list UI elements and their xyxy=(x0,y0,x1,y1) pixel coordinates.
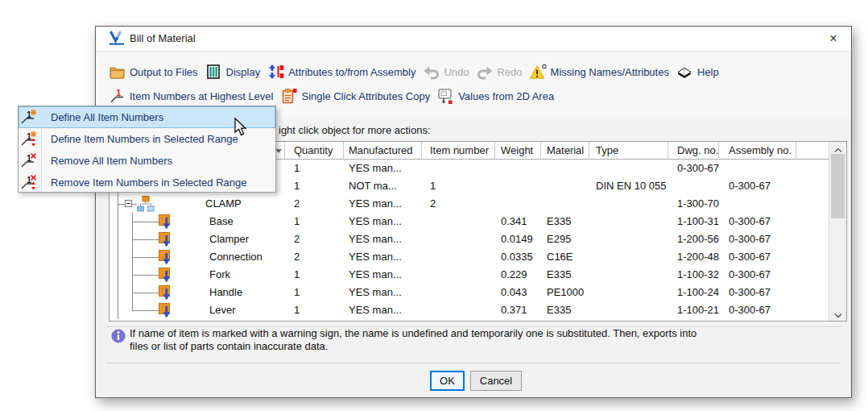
cell-filler xyxy=(796,230,829,248)
cell-name: Fork xyxy=(110,266,272,284)
table-row-clamp[interactable]: CLAMP2YES man...21-300-70 xyxy=(110,195,829,213)
table-row-base[interactable]: Base1YES man...0.341E3351-100-310-300-67 xyxy=(110,213,829,230)
cell-filler xyxy=(796,195,829,213)
cell-dwg_no: 0-300-67 xyxy=(668,160,719,177)
cell-weight xyxy=(495,195,541,213)
cell-material: E335 xyxy=(541,301,589,319)
cell-quantity: 2 xyxy=(285,248,344,266)
column-header-type[interactable]: Type xyxy=(589,142,668,160)
cell-filler xyxy=(796,160,829,177)
cell-name: Connection xyxy=(110,248,272,266)
cell-item_number: 1 xyxy=(422,177,495,195)
cell-quantity: 1 xyxy=(285,301,344,319)
cell-type xyxy=(589,195,668,213)
item-name: CLAMP xyxy=(205,195,242,213)
cell-filler xyxy=(796,284,829,301)
cell-material: C16E xyxy=(541,248,589,266)
cell-filter xyxy=(272,248,285,266)
column-header-assembly_no[interactable]: Assembly no. xyxy=(719,142,796,160)
menu-item-label: Define Item Numbers in Selected Range xyxy=(51,133,238,145)
help-book-icon xyxy=(676,64,693,81)
attributes-assembly-icon xyxy=(267,64,284,81)
tree-collapse-toggle[interactable] xyxy=(125,200,132,207)
values-from-2d-area-button[interactable]: Values from 2D Area xyxy=(437,88,554,105)
ok-button[interactable]: OK xyxy=(430,371,465,391)
cell-type xyxy=(589,230,668,248)
help-button[interactable]: Help xyxy=(676,64,719,81)
cell-name: Handle xyxy=(110,284,272,301)
item-name: Clamper xyxy=(209,230,249,248)
column-header-weight[interactable]: Weight xyxy=(495,142,541,160)
scroll-down-button[interactable] xyxy=(829,307,846,321)
cell-quantity: 1 xyxy=(285,213,344,230)
single-click-attributes-copy-button[interactable]: Single Click Attributes Copy xyxy=(280,88,430,105)
redo-icon xyxy=(476,64,493,81)
cell-manufactured: NOT ma... xyxy=(344,177,422,195)
table-row-handle[interactable]: Handle1YES man...0.043PE10001-100-240-30… xyxy=(110,284,829,301)
warning-icon xyxy=(530,64,547,81)
toolbar-label: Help xyxy=(697,66,719,78)
toolbar-label: Display xyxy=(226,66,261,78)
column-header-quantity[interactable]: Quantity xyxy=(285,142,344,160)
cell-dwg_no: 1-100-31 xyxy=(668,213,719,230)
cell-assembly_no: 0-300-67 xyxy=(719,230,796,248)
item-name: Base xyxy=(209,213,234,230)
svg-text:1: 1 xyxy=(27,110,31,119)
cell-material: PE1000 xyxy=(541,284,589,301)
cell-filter xyxy=(272,284,285,301)
toolbar-row-1: Output to FilesDisplayAttributes to/from… xyxy=(109,63,719,81)
cell-weight: 0.341 xyxy=(495,213,541,230)
define-all-icon: 1 xyxy=(21,109,38,126)
scrollbar-thumb[interactable] xyxy=(831,154,845,218)
column-header-filler xyxy=(796,142,829,160)
cell-assembly_no xyxy=(719,195,796,213)
cell-material xyxy=(541,195,589,213)
cell-filler xyxy=(796,177,829,195)
cell-item_number: 2 xyxy=(422,195,495,213)
bill-of-material-dialog: Bill of Material × Output to FilesDispla… xyxy=(95,26,852,398)
vertical-scrollbar[interactable] xyxy=(829,142,846,321)
cell-assembly_no: 0-300-67 xyxy=(719,301,796,319)
display-button[interactable]: Display xyxy=(205,64,261,81)
item-name: Handle xyxy=(209,284,242,301)
menu-item-remove-item-numbers-in-selected-range[interactable]: 1Remove Item Numbers in Selected Range xyxy=(19,172,275,193)
missing-names-attributes-button[interactable]: Missing Names/Attributes xyxy=(530,64,669,81)
table-row-lever[interactable]: Lever1YES man...0.371E3351-100-210-300-6… xyxy=(110,301,829,319)
cell-material: E335 xyxy=(541,266,589,284)
cell-name: Clamper xyxy=(110,230,272,248)
item-numbers-at-highest-level-button[interactable]: 1Item Numbers at Highest Level xyxy=(109,88,273,105)
cell-weight: 0.043 xyxy=(495,284,541,301)
close-button[interactable]: × xyxy=(820,29,846,48)
column-header-dwg_no[interactable]: Dwg. no. xyxy=(668,142,719,160)
column-header-material[interactable]: Material xyxy=(541,142,589,160)
item-name: Fork xyxy=(209,266,230,284)
cell-weight xyxy=(495,177,541,195)
menu-item-label: Define All Item Numbers xyxy=(51,111,163,123)
cell-weight xyxy=(495,160,541,177)
cell-item_number xyxy=(422,230,495,248)
cell-dwg_no xyxy=(668,177,719,195)
cell-name: CLAMP xyxy=(110,195,272,213)
column-header-manufactured[interactable]: Manufactured xyxy=(344,142,422,160)
cell-manufactured: YES man... xyxy=(344,284,422,301)
table-row-clamper[interactable]: Clamper2YES man...0.0149E2951-200-560-30… xyxy=(110,230,829,248)
values-2d-icon xyxy=(437,88,454,105)
menu-item-remove-all-item-numbers[interactable]: 1Remove All Item Numbers xyxy=(19,150,275,172)
redo-button: Redo xyxy=(476,64,522,81)
table-row-connection[interactable]: Connection2YES man...0.0335C16E1-200-480… xyxy=(110,248,829,266)
display-columns-icon xyxy=(205,64,222,81)
svg-text:1: 1 xyxy=(27,132,31,141)
attributes-to-from-assembly-button[interactable]: Attributes to/from Assembly xyxy=(267,64,415,81)
screenshot-canvas: Bill of Material × Output to FilesDispla… xyxy=(0,0,868,411)
cancel-button[interactable]: Cancel xyxy=(470,371,522,391)
cell-item_number xyxy=(422,213,495,230)
clipboard-copy-icon xyxy=(280,88,297,105)
column-header-item_number[interactable]: Item number xyxy=(422,142,495,160)
cell-type xyxy=(589,160,668,177)
cell-filler xyxy=(796,301,829,319)
cell-dwg_no: 1-200-48 xyxy=(668,248,719,266)
output-to-files-button[interactable]: Output to Files xyxy=(109,64,198,81)
cell-type: DIN EN 10 055 xyxy=(589,177,668,195)
table-row-fork[interactable]: Fork1YES man...0.229E3351-100-320-300-67 xyxy=(110,266,829,284)
cell-weight: 0.0149 xyxy=(495,230,541,248)
